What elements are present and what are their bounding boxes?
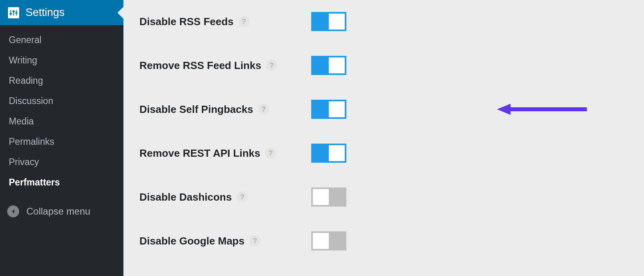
sidebar-item-writing[interactable]: Writing [0,50,123,71]
sidebar-item-discussion[interactable]: Discussion [0,91,123,111]
setting-row: Disable Self Pingbacks? [139,100,628,119]
collapse-menu-button[interactable]: Collapse menu [0,200,123,223]
setting-label: Remove RSS Feed Links [139,59,261,72]
toggle-switch[interactable] [311,144,346,163]
help-icon[interactable]: ? [258,104,269,115]
toggle-switch[interactable] [311,187,346,207]
toggle-knob [313,233,329,249]
sidebar-item-permalinks[interactable]: Permalinks [0,132,123,152]
highlight-arrow-icon [497,101,589,117]
sidebar-item-perfmatters[interactable]: Perfmatters [0,172,123,193]
setting-row: Remove REST API Links? [139,144,628,163]
setting-label-wrap: Disable RSS Feeds? [139,16,311,28]
setting-label: Remove REST API Links [139,147,260,160]
svg-rect-5 [15,12,18,14]
svg-rect-4 [12,11,15,12]
sidebar-submenu: GeneralWritingReadingDiscussionMediaPerm… [0,25,123,193]
settings-content: Disable RSS Feeds?Remove RSS Feed Links?… [123,0,644,276]
toggle-switch[interactable] [311,100,346,119]
setting-row: Disable Dashicons? [139,187,628,207]
setting-label-wrap: Disable Self Pingbacks? [139,103,311,116]
sidebar-item-general[interactable]: General [0,30,123,50]
setting-label: Disable Google Maps [139,235,244,247]
svg-rect-0 [10,10,11,16]
sidebar-parent-settings[interactable]: Settings [0,0,123,25]
toggle-knob [329,101,345,117]
svg-marker-7 [497,104,511,115]
toggle-knob [329,14,345,30]
setting-label: Disable RSS Feeds [139,16,234,28]
settings-sliders-icon [8,7,19,18]
toggle-switch[interactable] [311,231,346,250]
setting-row: Disable RSS Feeds? [139,12,628,31]
setting-label-wrap: Disable Google Maps? [139,235,311,247]
help-icon[interactable]: ? [239,16,250,27]
sidebar-item-reading[interactable]: Reading [0,71,123,91]
sidebar: Settings GeneralWritingReadingDiscussion… [0,0,123,276]
help-icon[interactable]: ? [237,191,248,203]
setting-row: Disable Google Maps? [139,231,628,250]
help-icon[interactable]: ? [265,148,276,159]
svg-rect-3 [10,13,12,14]
help-icon[interactable]: ? [249,235,260,246]
collapse-menu-label: Collapse menu [26,206,90,217]
setting-label-wrap: Remove RSS Feed Links? [139,59,311,72]
setting-label: Disable Dashicons [139,191,232,203]
toggle-knob [313,189,329,205]
sidebar-item-media[interactable]: Media [0,111,123,132]
collapse-arrow-icon [7,205,19,217]
toggle-switch[interactable] [311,56,346,75]
sidebar-item-privacy[interactable]: Privacy [0,152,123,172]
setting-label-wrap: Disable Dashicons? [139,191,311,203]
toggle-switch[interactable] [311,12,346,31]
toggle-knob [329,145,345,161]
toggle-knob [329,57,345,73]
setting-label-wrap: Remove REST API Links? [139,147,311,160]
sidebar-settings-label: Settings [26,6,65,19]
setting-row: Remove RSS Feed Links? [139,56,628,75]
help-icon[interactable]: ? [266,60,277,71]
setting-label: Disable Self Pingbacks [139,103,253,116]
